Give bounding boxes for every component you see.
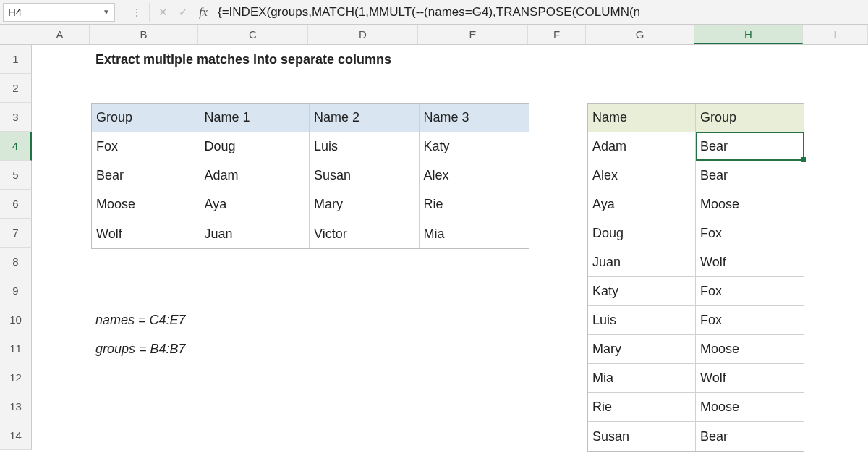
column-header-I[interactable]: I — [803, 25, 868, 44]
cancel-formula-button[interactable]: ✕ — [153, 6, 173, 19]
cell[interactable]: Aya — [200, 190, 310, 219]
name-box[interactable]: H4 ▼ — [3, 3, 115, 22]
cells-area[interactable]: Extract multiple matches into separate c… — [32, 45, 868, 456]
column-header-D[interactable]: D — [308, 25, 418, 44]
cell[interactable]: Moose — [696, 190, 804, 219]
cell[interactable]: Rie — [588, 393, 696, 422]
column-header-G[interactable]: G — [586, 25, 694, 44]
cell[interactable]: Fox — [696, 306, 804, 335]
cell[interactable]: Juan — [200, 219, 310, 248]
cell[interactable]: Doug — [588, 219, 696, 248]
cell[interactable]: Doug — [200, 132, 310, 161]
column-header-E[interactable]: E — [418, 25, 528, 44]
row-header-9[interactable]: 9 — [0, 276, 32, 305]
cell[interactable]: Susan — [310, 161, 420, 190]
table-row: MiaWolf — [588, 364, 804, 393]
table-row: RieMoose — [588, 393, 804, 422]
column-header-F[interactable]: F — [528, 25, 586, 44]
table-lookup: Name Group AdamBearAlexBearAyaMooseDougF… — [587, 103, 804, 452]
cell[interactable]: Mary — [310, 190, 420, 219]
cell[interactable]: Fox — [696, 277, 804, 306]
row-header-6[interactable]: 6 — [0, 190, 32, 219]
cell[interactable]: Wolf — [696, 364, 804, 393]
cell[interactable]: Mary — [588, 335, 696, 364]
row-header-10[interactable]: 10 — [0, 305, 32, 334]
cell[interactable]: Moose — [696, 335, 804, 364]
column-header-H[interactable]: H — [694, 25, 803, 44]
table-row: WolfJuanVictorMia — [92, 219, 529, 248]
table-row: DougFox — [588, 219, 804, 248]
row-header-7[interactable]: 7 — [0, 219, 32, 248]
cell[interactable]: Fox — [696, 219, 804, 248]
table-row: KatyFox — [588, 277, 804, 306]
cell[interactable]: Wolf — [92, 219, 200, 248]
formula-input[interactable]: {=INDEX(groups,MATCH(1,MMULT(--(names=G4… — [213, 5, 868, 20]
note-groups: groups = B4:B7 — [91, 334, 190, 363]
col-header-name2[interactable]: Name 2 — [310, 104, 420, 132]
cell[interactable]: Luis — [310, 132, 420, 161]
table-row: SusanBear — [588, 422, 804, 451]
formula-bar: H4 ▼ ⋮ ✕ ✓ fx {=INDEX(groups,MATCH(1,MMU… — [0, 0, 868, 25]
table-groups: Group Name 1 Name 2 Name 3 FoxDougLuisKa… — [91, 103, 529, 249]
cell[interactable]: Alex — [588, 161, 696, 190]
column-headers: ABCDEFGHI — [0, 25, 868, 45]
table-row: AdamBear — [588, 132, 804, 161]
cell[interactable]: Moose — [696, 393, 804, 422]
row-header-8[interactable]: 8 — [0, 248, 32, 276]
select-all-corner[interactable] — [0, 25, 30, 44]
cell[interactable]: Fox — [92, 132, 200, 161]
cell[interactable]: Alex — [420, 161, 529, 190]
table-row: AyaMoose — [588, 190, 804, 219]
cell[interactable]: Juan — [588, 248, 696, 277]
cell[interactable]: Luis — [588, 306, 696, 335]
enter-formula-button[interactable]: ✓ — [173, 6, 193, 19]
table-row: LuisFox — [588, 306, 804, 335]
cell[interactable]: Victor — [310, 219, 420, 248]
cell[interactable]: Bear — [92, 161, 200, 190]
cell[interactable]: Moose — [92, 190, 200, 219]
row-header-2[interactable]: 2 — [0, 74, 32, 103]
cell[interactable]: Susan — [588, 422, 696, 451]
dots-icon: ⋮ — [127, 7, 146, 18]
row-header-1[interactable]: 1 — [0, 45, 32, 74]
cell[interactable]: Bear — [696, 161, 804, 190]
row-header-11[interactable]: 11 — [0, 334, 32, 363]
col-header-name1[interactable]: Name 1 — [200, 104, 310, 132]
row-header-4[interactable]: 4 — [0, 132, 32, 161]
col-header-group[interactable]: Group — [696, 104, 804, 132]
chevron-down-icon[interactable]: ▼ — [103, 8, 110, 16]
fx-button[interactable]: fx — [193, 6, 213, 19]
cell[interactable]: Bear — [696, 132, 804, 161]
table-header-row: Group Name 1 Name 2 Name 3 — [92, 104, 529, 132]
table-row: MooseAyaMaryRie — [92, 190, 529, 219]
cell[interactable]: Adam — [588, 132, 696, 161]
cell[interactable]: Adam — [200, 161, 310, 190]
note-names: names = C4:E7 — [91, 305, 190, 334]
col-header-name[interactable]: Name — [588, 104, 696, 132]
table-row: MaryMoose — [588, 335, 804, 364]
cell[interactable]: Mia — [588, 364, 696, 393]
row-header-14[interactable]: 14 — [0, 421, 32, 450]
table-row: AlexBear — [588, 161, 804, 190]
table-row: FoxDougLuisKaty — [92, 132, 529, 161]
col-header-group[interactable]: Group — [92, 104, 200, 132]
row-header-12[interactable]: 12 — [0, 363, 32, 392]
cell[interactable]: Mia — [420, 219, 529, 248]
column-header-B[interactable]: B — [90, 25, 198, 44]
table-header-row: Name Group — [588, 104, 804, 132]
cell[interactable]: Katy — [588, 277, 696, 306]
column-header-C[interactable]: C — [198, 25, 308, 44]
row-header-13[interactable]: 13 — [0, 392, 32, 421]
cell[interactable]: Aya — [588, 190, 696, 219]
table-row: JuanWolf — [588, 248, 804, 277]
separator — [149, 3, 150, 22]
column-header-A[interactable]: A — [30, 25, 90, 44]
col-header-name3[interactable]: Name 3 — [420, 104, 529, 132]
row-header-3[interactable]: 3 — [0, 103, 32, 132]
row-header-5[interactable]: 5 — [0, 161, 32, 190]
separator — [124, 3, 124, 22]
cell[interactable]: Bear — [696, 422, 804, 451]
cell[interactable]: Katy — [420, 132, 529, 161]
cell[interactable]: Wolf — [696, 248, 804, 277]
cell[interactable]: Rie — [420, 190, 529, 219]
